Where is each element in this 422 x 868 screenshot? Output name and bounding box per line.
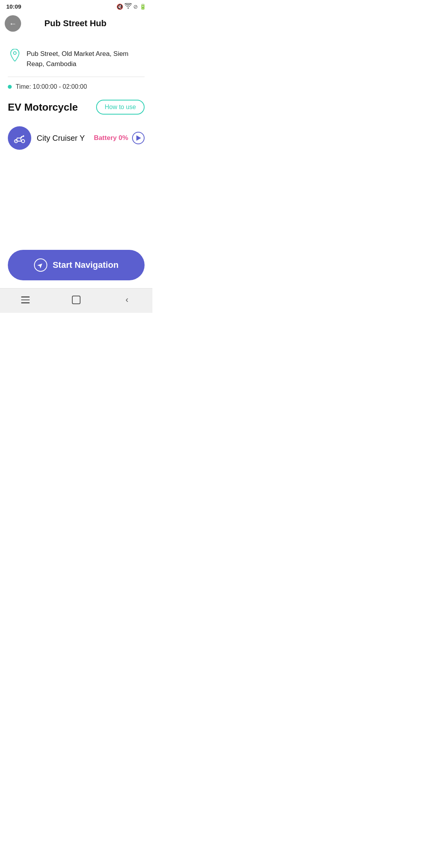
wifi-icon — [125, 3, 132, 10]
svg-point-2 — [21, 140, 25, 143]
bottom-nav-bar: ‹ — [0, 288, 152, 313]
svg-point-0 — [13, 52, 16, 54]
bottom-nav-home[interactable] — [64, 294, 88, 306]
nav-button-label: Start Navigation — [53, 260, 119, 270]
back-button[interactable]: ← — [5, 15, 21, 32]
main-content: Pub Street, Old Market Area, Siem Reap, … — [0, 36, 152, 199]
bottom-nav-menu[interactable] — [14, 294, 37, 306]
nav-button-container: ➤ Start Navigation — [0, 244, 152, 288]
location-address: Pub Street, Old Market Area, Siem Reap, … — [27, 48, 145, 69]
menu-icon — [21, 296, 30, 303]
vehicle-name: City Cruiser Y — [37, 134, 88, 143]
how-to-use-button[interactable]: How to use — [96, 100, 145, 115]
time-dot-icon — [8, 85, 12, 89]
location-icon — [8, 48, 22, 62]
no-signal-icon: ⊘ — [133, 4, 138, 10]
header: ← Pub Street Hub — [0, 11, 152, 36]
navigation-icon: ➤ — [34, 258, 47, 272]
location-section: Pub Street, Old Market Area, Siem Reap, … — [8, 43, 145, 77]
ev-title: EV Motorcycle — [8, 101, 78, 113]
ev-section-header: EV Motorcycle How to use — [8, 100, 145, 115]
navigation-arrow-icon: ➤ — [36, 260, 45, 269]
battery-icon: 🔋 — [139, 4, 146, 10]
time-section: Time: 10:00:00 - 02:00:00 — [8, 83, 145, 100]
play-triangle-icon — [136, 135, 141, 141]
vehicle-icon-circle — [8, 126, 31, 150]
vehicle-right-info: Battery 0% — [94, 132, 145, 144]
home-icon — [72, 296, 80, 304]
time-range: Time: 10:00:00 - 02:00:00 — [16, 83, 87, 90]
status-icons: 🔇 ⊘ 🔋 — [116, 3, 146, 10]
status-time: 10:09 — [6, 3, 21, 10]
content-spacer — [0, 199, 152, 244]
divider — [8, 77, 145, 77]
vehicle-item: City Cruiser Y Battery 0% — [8, 122, 145, 154]
mute-icon: 🔇 — [116, 4, 123, 10]
back-arrow-icon: ← — [9, 20, 17, 27]
battery-status: Battery 0% — [94, 134, 128, 142]
status-bar: 10:09 🔇 ⊘ 🔋 — [0, 0, 152, 11]
bottom-nav-back[interactable]: ‹ — [115, 294, 139, 306]
page-title: Pub Street Hub — [21, 18, 130, 29]
play-button[interactable] — [132, 132, 145, 144]
start-navigation-button[interactable]: ➤ Start Navigation — [8, 250, 145, 280]
chevron-back-icon: ‹ — [125, 295, 128, 305]
svg-point-3 — [23, 135, 24, 137]
